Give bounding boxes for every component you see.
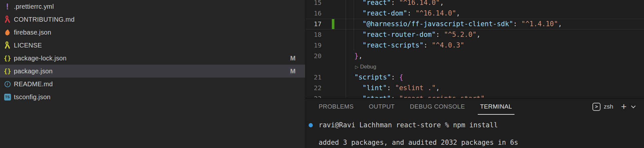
code-text: }, — [354, 51, 362, 61]
code-line-22[interactable]: 22"lint": "eslint .", — [306, 83, 644, 93]
file-name-label: package.json — [14, 68, 53, 75]
token-punct: , — [440, 0, 444, 6]
token-punct: : — [436, 31, 444, 38]
sidebar-item-package-json[interactable]: {}package.jsonM — [0, 65, 305, 78]
token-punct: , — [359, 52, 363, 60]
terminal-line: ravi@Ravi Lachhman react-store % npm ins… — [319, 121, 498, 129]
tab-debug-console[interactable]: DEBUG CONSOLE — [410, 99, 465, 115]
token-brace: { — [399, 73, 403, 81]
tab-label: TERMINAL — [480, 103, 512, 110]
sidebar-item-license[interactable]: LICENSE — [0, 39, 305, 52]
info-icon: i — [5, 81, 11, 87]
terminal-panel: PROBLEMSOUTPUTDEBUG CONSOLETERMINAL > zs… — [306, 98, 644, 148]
typescript-icon: TS — [4, 94, 11, 100]
code-line-15[interactable]: 15"react": "^16.14.0", — [306, 0, 644, 8]
code-text: "scripts": { — [354, 72, 403, 83]
codelens-label: Debug — [360, 64, 376, 70]
code-editor[interactable]: 15"react": "^16.14.0",16"react-dom": "^1… — [306, 0, 644, 98]
code-line-20[interactable]: 20}, — [306, 51, 644, 61]
debug-codelens-link[interactable]: ▷Debug — [355, 61, 376, 72]
editor-and-panel: 15"react": "^16.14.0",16"react-dom": "^1… — [306, 0, 644, 148]
line-number: 15 — [306, 0, 322, 8]
token-key: "start" — [362, 95, 391, 98]
tab-problems[interactable]: PROBLEMS — [319, 99, 354, 115]
terminal-output[interactable]: ravi@Ravi Lachhman react-store % npm ins… — [306, 115, 644, 148]
token-punct: : — [407, 9, 415, 17]
token-key: "react-dom" — [362, 9, 407, 17]
typescript-icon: TS — [3, 93, 12, 101]
line-number: 20 — [306, 51, 322, 61]
code-text: "react-dom": "^16.14.0", — [362, 8, 460, 19]
codelens-row: ▷Debug — [306, 61, 644, 72]
yaml-icon: ! — [3, 2, 12, 11]
shell-name-label[interactable]: zsh — [604, 103, 613, 110]
json-braces-icon: {} — [4, 55, 11, 61]
file-name-label: .prettierrc.yml — [14, 3, 54, 10]
tab-label: DEBUG CONSOLE — [410, 103, 465, 110]
code-lines: 15"react": "^16.14.0",16"react-dom": "^1… — [306, 0, 644, 98]
tab-terminal[interactable]: TERMINAL — [480, 99, 512, 115]
token-str: "react-scripts start" — [399, 95, 485, 98]
file-name-label: CONTRIBUTING.md — [14, 16, 75, 23]
json-braces-icon: {} — [3, 67, 12, 75]
code-text: "react-scripts": "^4.0.3" — [362, 40, 464, 51]
token-key: "lint" — [362, 84, 387, 92]
file-name-label: firebase.json — [14, 29, 51, 36]
code-line-18[interactable]: 18"react-router-dom": "^5.2.0", — [306, 29, 644, 40]
firebase-icon — [3, 28, 12, 37]
token-punct: : — [391, 73, 399, 81]
token-str: "^1.4.10" — [521, 20, 558, 28]
sidebar-item-firebase-json[interactable]: firebase.json — [0, 26, 305, 39]
sidebar-item-tsconfig-json[interactable]: TStsconfig.json — [0, 90, 305, 103]
code-line-17[interactable]: 17"@harnessio/ff-javascript-client-sdk":… — [306, 19, 644, 29]
git-modified-badge: M — [288, 68, 298, 75]
token-brace: } — [354, 52, 359, 60]
git-modified-badge: M — [288, 55, 298, 62]
command-decoration-dot — [309, 123, 313, 127]
code-line-21[interactable]: 21"scripts": { — [306, 72, 644, 83]
code-line-16[interactable]: 16"react-dom": "^16.14.0", — [306, 8, 644, 19]
token-str: "^16.14.0" — [415, 9, 456, 17]
token-punct: : — [424, 41, 432, 49]
chevron-down-icon[interactable] — [631, 104, 636, 108]
sidebar-item--prettierrc-yml[interactable]: !.prettierrc.yml — [0, 0, 305, 13]
token-key: "scripts" — [354, 73, 391, 81]
terminal-shell-icon[interactable]: > — [592, 103, 601, 111]
line-number: 23 — [306, 93, 322, 98]
code-line-23[interactable]: 23"start": "react-scripts start", — [306, 93, 644, 98]
token-punct: : — [513, 20, 521, 28]
yaml-icon: ! — [6, 3, 9, 11]
ribbon-icon — [3, 41, 12, 49]
line-number: 17 — [306, 19, 322, 29]
sidebar-item-package-lock-json[interactable]: {}package-lock.jsonM — [0, 52, 305, 65]
token-str: "eslint ." — [395, 84, 436, 92]
file-name-label: tsconfig.json — [14, 93, 51, 101]
code-text: "lint": "eslint .", — [362, 83, 440, 93]
token-key: "react-scripts" — [362, 41, 424, 49]
token-punct: , — [476, 31, 481, 38]
sidebar-item-readme-md[interactable]: iREADME.md — [0, 78, 305, 90]
ribbon-icon — [4, 16, 11, 23]
sidebar-item-contributing-md[interactable]: CONTRIBUTING.md — [0, 13, 305, 26]
token-str: "^5.2.0" — [444, 31, 476, 38]
terminal-line: added 3 packages, and audited 2032 packa… — [319, 139, 518, 146]
token-punct: , — [436, 84, 440, 92]
tab-output[interactable]: OUTPUT — [369, 99, 395, 115]
code-line-19[interactable]: 19"react-scripts": "^4.0.3" — [306, 40, 644, 51]
code-text: "@harnessio/ff-javascript-client-sdk": "… — [362, 19, 562, 29]
firebase-icon — [5, 29, 10, 36]
code-text: "react": "^16.14.0", — [362, 0, 444, 8]
json-braces-icon: {} — [3, 54, 12, 62]
tab-label: OUTPUT — [369, 103, 395, 110]
token-key: "react-router-dom" — [362, 31, 436, 38]
file-name-label: README.md — [14, 80, 53, 88]
info-icon: i — [3, 80, 12, 88]
file-name-label: LICENSE — [14, 42, 42, 49]
token-punct: , — [485, 95, 489, 98]
token-punct: , — [558, 20, 562, 28]
play-triangle-icon: ▷ — [355, 64, 359, 69]
token-key: "react" — [362, 0, 391, 6]
vscode-window: !.prettierrc.ymlCONTRIBUTING.mdfirebase.… — [0, 0, 644, 148]
file-name-label: package-lock.json — [14, 55, 67, 62]
new-terminal-button[interactable]: + — [621, 102, 627, 111]
